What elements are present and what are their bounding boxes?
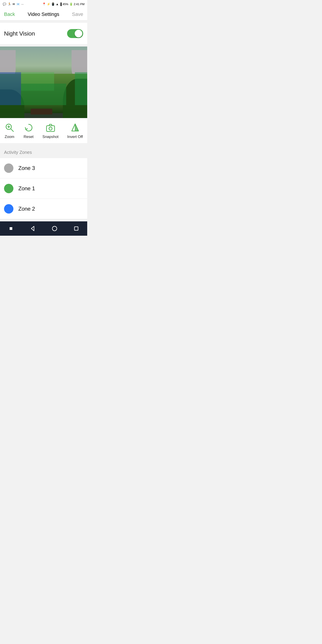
night-vision-label: Night Vision — [4, 30, 35, 37]
reset-button[interactable]: Reset — [24, 122, 34, 139]
message-icon: ✉ — [12, 2, 15, 6]
svg-point-5 — [49, 127, 52, 130]
time: 2:41 PM — [74, 2, 84, 6]
zone-overlay-blue — [0, 72, 21, 105]
snapshot-icon — [46, 122, 56, 133]
activity-zones-title: Activity Zones — [4, 150, 32, 155]
zoom-button[interactable]: Zoom — [4, 122, 15, 139]
night-vision-row: Night Vision — [0, 23, 87, 44]
zone3-name: Zone 3 — [18, 165, 35, 171]
invert-icon — [70, 122, 80, 133]
svg-rect-12 — [74, 227, 78, 230]
vibrate-icon: 📳 — [51, 2, 55, 6]
invert-label: Invert Off — [67, 134, 83, 139]
svg-line-1 — [11, 129, 14, 132]
location-icon: 📍 — [42, 2, 46, 6]
battery-icon: 🔋 — [69, 2, 73, 6]
nav-bar: Back Video Settings Save — [0, 8, 87, 20]
back-button[interactable]: Back — [4, 12, 15, 17]
svg-point-11 — [52, 226, 57, 231]
status-right: 📍 ⚡ 📳 ▲ ▐ 45% 🔋 2:41 PM — [42, 2, 84, 6]
activity-zones-header: Activity Zones — [0, 145, 87, 158]
snapshot-label: Snapshot — [42, 134, 58, 139]
zone-list: Zone 3 Zone 1 Zone 2 — [0, 158, 87, 219]
reset-label: Reset — [24, 134, 33, 139]
messenger-icon: 💬 — [3, 2, 6, 6]
save-button[interactable]: Save — [72, 12, 83, 17]
activity-icon: 🏃 — [8, 2, 11, 6]
zone-item-2[interactable]: Zone 2 — [0, 199, 87, 219]
zone-item-3[interactable]: Zone 3 — [0, 158, 87, 178]
status-left: 💬 🏃 ✉ 📧 ··· — [3, 2, 24, 6]
reset-icon — [24, 122, 34, 133]
zone2-dot — [4, 204, 14, 214]
zone-item-1[interactable]: Zone 1 — [0, 178, 87, 199]
status-bar: 💬 🏃 ✉ 📧 ··· 📍 ⚡ 📳 ▲ ▐ 45% 🔋 2:41 PM — [0, 0, 87, 8]
zone3-dot — [4, 164, 14, 173]
bottom-nav — [0, 222, 87, 236]
svg-marker-10 — [31, 226, 34, 231]
zone-overlay-green-dark — [21, 84, 66, 105]
bluetooth-icon: ⚡ — [47, 2, 50, 6]
zone2-name: Zone 2 — [18, 206, 35, 212]
back-nav-icon — [30, 226, 36, 232]
wifi-icon: ▲ — [56, 2, 58, 6]
home-button[interactable] — [52, 226, 58, 232]
toggle-knob — [75, 30, 82, 37]
mail-icon: 📧 — [16, 2, 20, 6]
cam-bench — [31, 109, 52, 114]
zone1-dot — [4, 184, 14, 193]
svg-rect-9 — [10, 227, 12, 230]
signal-icon: ▐ — [60, 2, 62, 6]
recents-icon — [73, 226, 80, 232]
stop-button[interactable] — [8, 226, 14, 232]
recents-button[interactable] — [73, 226, 80, 232]
zone-overlay-green-tr — [75, 72, 87, 105]
camera-controls: Zoom Reset Snapshot Invert Off — [0, 118, 87, 143]
stop-icon — [8, 226, 14, 232]
home-icon — [52, 226, 58, 232]
more-icon: ··· — [21, 2, 24, 6]
battery-text: 45% — [62, 2, 68, 6]
night-vision-toggle[interactable] — [67, 29, 83, 38]
back-nav-button[interactable] — [30, 226, 36, 232]
page-title: Video Settings — [28, 12, 59, 17]
zoom-label: Zoom — [5, 134, 14, 139]
zone1-name: Zone 1 — [18, 185, 35, 192]
invert-button[interactable]: Invert Off — [67, 122, 83, 139]
snapshot-button[interactable]: Snapshot — [42, 122, 58, 139]
zoom-icon — [4, 122, 15, 133]
svg-rect-4 — [46, 126, 54, 132]
camera-feed — [0, 46, 87, 118]
